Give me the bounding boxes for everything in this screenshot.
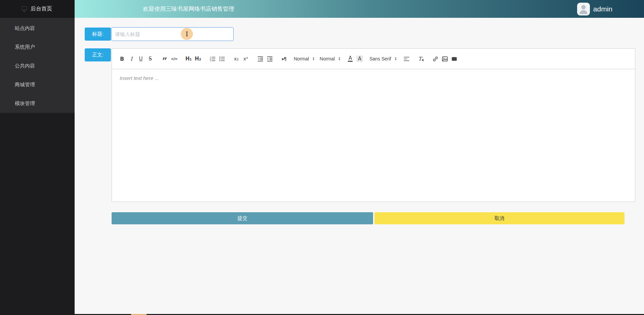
rich-text-editor: B I U S ” </> H₁ H₂	[112, 48, 635, 202]
chevron-updown-icon: ▲▼	[338, 57, 340, 61]
title-field-label: 标题:	[85, 28, 111, 41]
align-button[interactable]	[402, 54, 411, 63]
chevron-updown-icon: ▲▼	[312, 57, 315, 61]
video-icon	[451, 56, 457, 62]
indent-icon	[267, 56, 273, 62]
sidebar-item-home[interactable]: 后台首页	[0, 0, 75, 18]
background-color-button[interactable]: A	[355, 54, 364, 63]
sidebar-item-label: 模块管理	[15, 100, 35, 107]
insert-image-button[interactable]	[440, 54, 450, 63]
welcome-text: 欢迎使用三味书屋网络书店销售管理	[143, 0, 234, 18]
monitor-icon	[22, 6, 27, 11]
ordered-list-icon: 123	[209, 56, 216, 62]
avatar	[577, 3, 590, 15]
outdent-button[interactable]	[255, 54, 265, 63]
sidebar-item-label: 系统用户	[15, 44, 35, 50]
sidebar-item-site-content[interactable]: 站点内容	[0, 19, 75, 38]
body-field-label: 正文:	[85, 48, 111, 61]
sidebar-item-label: 站点内容	[15, 25, 35, 32]
editor-text-area[interactable]: Insert text here ...	[112, 69, 635, 201]
size-dropdown[interactable]: Normal ▲▼	[294, 56, 315, 61]
username-label: admin	[593, 5, 612, 13]
svg-text:3: 3	[210, 59, 211, 62]
sidebar: 后台首页 站点内容 系统用户 公共内容 商城管理 模块管理	[0, 0, 75, 315]
editor-placeholder: Insert text here ...	[120, 75, 159, 81]
text-color-button[interactable]: A	[346, 54, 355, 63]
insert-video-button[interactable]	[450, 54, 459, 63]
submit-button[interactable]: 提交	[112, 212, 373, 224]
clean-formatting-button[interactable]: Tx	[416, 54, 426, 63]
subscript-button[interactable]: x₂	[232, 54, 241, 63]
cancel-button[interactable]: 取消	[374, 212, 625, 224]
sidebar-menu: 站点内容 系统用户 公共内容 商城管理 模块管理	[0, 18, 75, 113]
text-color-icon: A	[348, 56, 353, 62]
blockquote-button[interactable]: ”	[160, 54, 169, 63]
text-direction-button[interactable]: ▸¶	[279, 54, 289, 63]
sidebar-item-mall-management[interactable]: 商城管理	[0, 75, 75, 94]
background-color-icon: A	[356, 55, 363, 62]
header-2-button[interactable]: H₂	[193, 54, 203, 63]
size-dropdown-value: Normal	[294, 56, 309, 61]
sidebar-item-public-content[interactable]: 公共内容	[0, 56, 75, 75]
user-menu[interactable]: admin	[577, 0, 612, 18]
sidebar-item-label: 公共内容	[15, 63, 35, 69]
bullet-list-icon	[219, 56, 225, 62]
sidebar-item-system-users[interactable]: 系统用户	[0, 38, 75, 56]
link-icon	[432, 56, 439, 62]
header-1-button[interactable]: H₁	[184, 54, 193, 63]
editor-toolbar: B I U S ” </> H₁ H₂	[112, 49, 635, 69]
header-style-dropdown[interactable]: Normal ▲▼	[320, 56, 340, 61]
indent-button[interactable]	[265, 54, 274, 63]
bold-button[interactable]: B	[117, 54, 127, 63]
outdent-icon	[257, 56, 264, 62]
underline-button[interactable]: U	[136, 54, 146, 63]
sidebar-item-module-management[interactable]: 模块管理	[0, 94, 75, 113]
image-icon	[442, 56, 448, 62]
title-input[interactable]	[111, 27, 234, 41]
header-dropdown-value: Normal	[320, 56, 335, 61]
top-header: 欢迎使用三味书屋网络书店销售管理 admin	[75, 0, 644, 18]
form-actions: 提交 取消	[112, 212, 625, 224]
ordered-list-button[interactable]: 123	[208, 54, 217, 63]
bullet-list-button[interactable]	[217, 54, 227, 63]
superscript-button[interactable]: x²	[241, 54, 250, 63]
chevron-updown-icon: ▲▼	[395, 57, 397, 61]
link-button[interactable]	[431, 54, 440, 63]
app-window: 后台首页 站点内容 系统用户 公共内容 商城管理 模块管理 欢迎使用三味书屋网络…	[0, 0, 644, 315]
strikethrough-button[interactable]: S	[146, 54, 155, 63]
main-content: 标题: I 正文: B I U S ” </> H₁ H	[75, 18, 644, 315]
font-dropdown-value: Sans Serif	[369, 56, 391, 61]
sidebar-home-label: 后台首页	[31, 5, 52, 12]
italic-button[interactable]: I	[127, 54, 136, 63]
align-icon	[403, 56, 410, 62]
code-block-button[interactable]: </>	[169, 54, 179, 63]
font-dropdown[interactable]: Sans Serif ▲▼	[369, 56, 397, 61]
sidebar-item-label: 商城管理	[15, 82, 35, 88]
